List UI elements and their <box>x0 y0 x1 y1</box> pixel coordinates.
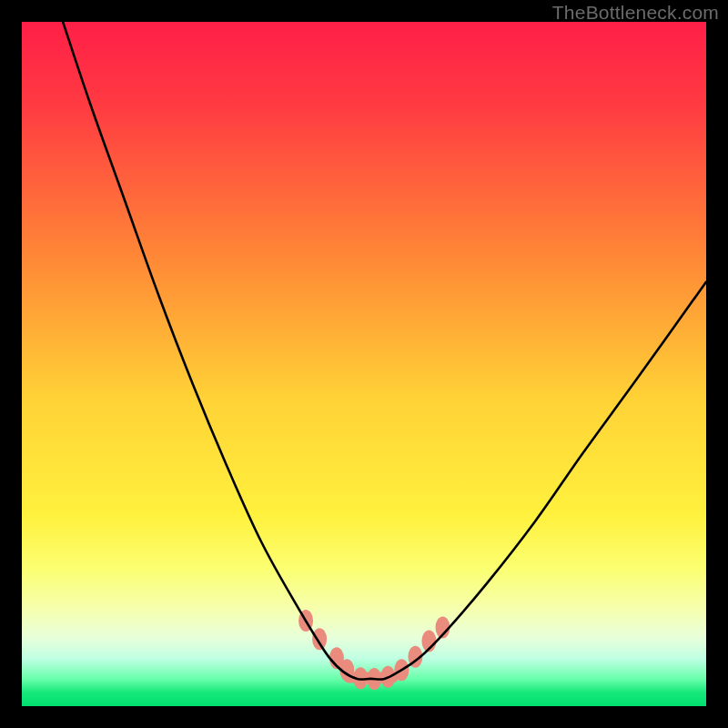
watermark-text: TheBottleneck.com <box>552 2 719 24</box>
chart-svg <box>22 22 706 706</box>
chart-marker <box>312 628 327 650</box>
chart-plot-area <box>22 22 706 706</box>
chart-curve <box>63 22 706 680</box>
